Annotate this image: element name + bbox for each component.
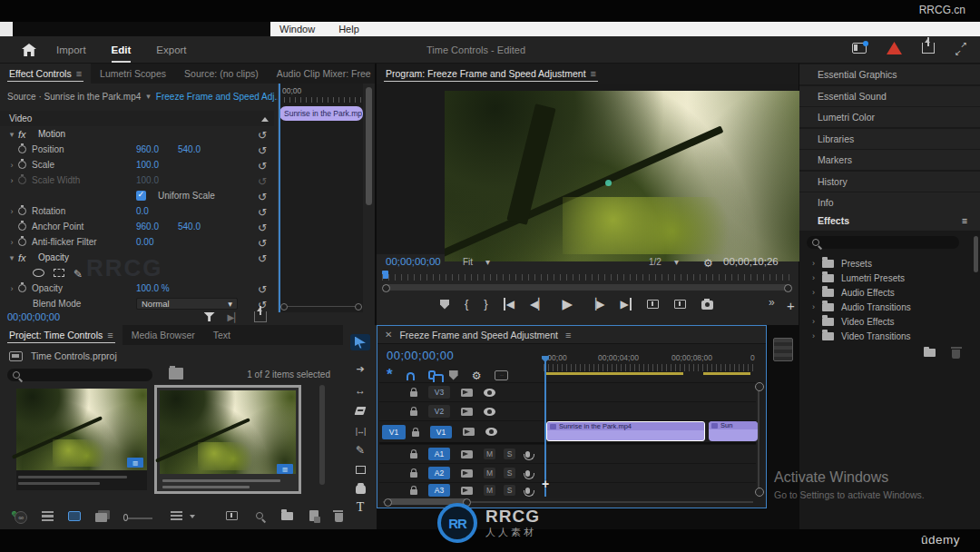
pen-mask-icon[interactable] bbox=[74, 265, 83, 281]
anchor-point-row[interactable]: Anchor Point 960.0 540.0 bbox=[0, 219, 274, 234]
delete-icon[interactable] bbox=[335, 513, 343, 522]
lock-icon[interactable] bbox=[410, 472, 417, 478]
reset-icon[interactable] bbox=[258, 281, 267, 297]
rect-mask-icon[interactable] bbox=[54, 269, 64, 277]
panel-menu-icon[interactable]: ≡ bbox=[962, 215, 967, 226]
mini-playhead[interactable] bbox=[279, 84, 280, 312]
track-label[interactable]: A3 bbox=[428, 484, 450, 497]
mini-ruler[interactable]: 00;00 00;0 bbox=[279, 84, 364, 104]
panel-lumetri-color[interactable]: Lumetri Color bbox=[799, 107, 980, 127]
reset-icon[interactable] bbox=[258, 203, 267, 220]
home-icon[interactable] bbox=[22, 44, 36, 56]
mark-out-icon[interactable]: } bbox=[484, 298, 487, 310]
mini-clip-bar[interactable]: Sunrise in the Park.mp bbox=[279, 106, 363, 121]
video-section-header[interactable]: Video bbox=[0, 111, 274, 126]
folder-audio-effects[interactable]: › Audio Effects bbox=[799, 285, 980, 300]
timeline-tab-label[interactable]: Freeze Frame and Speed Adjustment bbox=[399, 330, 558, 340]
mark-in-icon[interactable]: { bbox=[465, 298, 468, 310]
sync-lock-icon[interactable] bbox=[463, 428, 475, 436]
program-timecode[interactable]: 00;00;00;00 bbox=[386, 256, 441, 267]
project-item-thumbnail-selected[interactable]: ▥ bbox=[154, 385, 301, 494]
twirl-icon[interactable]: › bbox=[5, 284, 18, 293]
reset-icon[interactable] bbox=[258, 219, 267, 235]
lock-icon[interactable] bbox=[410, 489, 417, 495]
sort-chevron-icon[interactable] bbox=[190, 515, 195, 521]
mute-button[interactable]: M bbox=[484, 448, 495, 459]
creative-cloud-icon[interactable]: ∞ bbox=[15, 511, 27, 524]
stopwatch-icon[interactable] bbox=[18, 207, 26, 215]
panel-menu-icon[interactable]: ≡ bbox=[565, 330, 571, 340]
antiflicker-value[interactable]: 0.00 bbox=[136, 237, 153, 247]
rectangle-tool[interactable] bbox=[350, 461, 370, 478]
new-item-icon[interactable] bbox=[309, 510, 318, 521]
tab-text[interactable]: Text bbox=[204, 325, 240, 345]
nav-export[interactable]: Export bbox=[156, 44, 186, 55]
mini-horizontal-scrollbar[interactable] bbox=[280, 303, 362, 309]
panel-menu-icon[interactable]: ≡ bbox=[76, 68, 82, 79]
selection-tool[interactable] bbox=[350, 334, 370, 350]
find-icon[interactable] bbox=[256, 512, 263, 519]
twirl-icon[interactable]: ▾ bbox=[5, 130, 18, 139]
workspace-switcher-icon[interactable] bbox=[852, 43, 867, 54]
scale-value[interactable]: 100.0 bbox=[136, 160, 159, 170]
lock-icon[interactable] bbox=[410, 391, 417, 397]
track-output-eye-icon[interactable] bbox=[484, 389, 495, 397]
panel-info[interactable]: Info bbox=[799, 192, 980, 212]
chevron-down-icon[interactable]: ▾ bbox=[146, 92, 151, 101]
tab-project[interactable]: Project: Time Controls ≡ bbox=[0, 325, 122, 345]
button-editor-icon[interactable]: + bbox=[787, 298, 795, 313]
twirl-icon[interactable]: › bbox=[5, 207, 18, 216]
stopwatch-icon[interactable] bbox=[18, 161, 26, 169]
timeline-side-zoom-widget[interactable] bbox=[773, 338, 793, 361]
opacity-value[interactable]: 100.0 % bbox=[136, 283, 170, 293]
close-icon[interactable]: ✕ bbox=[385, 330, 392, 340]
export-frame-icon[interactable] bbox=[701, 301, 713, 310]
track-v2[interactable]: V2 bbox=[379, 401, 756, 420]
program-zoom-scrollbar[interactable] bbox=[384, 284, 790, 291]
add-marker-icon[interactable] bbox=[440, 300, 449, 310]
automate-to-sequence-icon[interactable] bbox=[226, 511, 238, 520]
sync-lock-icon[interactable] bbox=[461, 469, 473, 478]
rotation-row[interactable]: › Rotation 0.0 bbox=[0, 203, 274, 219]
lift-icon[interactable] bbox=[647, 300, 659, 309]
folder-video-effects[interactable]: › Video Effects bbox=[799, 314, 980, 329]
voiceover-mic-icon[interactable] bbox=[525, 488, 530, 494]
collapse-icon[interactable] bbox=[261, 113, 269, 122]
step-forward-icon[interactable]: ▕▶ bbox=[588, 298, 604, 310]
timeline-vertical-scrollbar[interactable] bbox=[758, 386, 760, 493]
twirl-icon[interactable]: › bbox=[5, 238, 18, 247]
reset-icon[interactable] bbox=[258, 157, 267, 173]
solo-button[interactable]: S bbox=[504, 485, 515, 496]
new-bin-icon[interactable] bbox=[281, 512, 293, 520]
panel-menu-icon[interactable]: ≡ bbox=[107, 330, 113, 340]
delete-icon[interactable] bbox=[952, 350, 960, 359]
panel-essential-sound[interactable]: Essential Sound bbox=[799, 86, 980, 106]
more-controls-icon[interactable]: » bbox=[769, 296, 775, 309]
track-select-tool[interactable] bbox=[350, 360, 370, 376]
reset-icon[interactable] bbox=[258, 126, 267, 143]
twirl-icon[interactable]: › bbox=[5, 161, 18, 170]
fullscreen-icon[interactable] bbox=[955, 43, 967, 54]
opacity-value-row[interactable]: › Opacity 100.0 % bbox=[0, 281, 274, 296]
filter-icon[interactable] bbox=[204, 312, 215, 321]
project-search-input[interactable] bbox=[7, 369, 152, 381]
go-to-out-icon[interactable]: ▶ bbox=[620, 298, 631, 310]
mute-button[interactable]: M bbox=[484, 485, 495, 496]
mute-button[interactable]: M bbox=[484, 468, 495, 478]
pen-tool[interactable] bbox=[350, 441, 370, 458]
voiceover-mic-icon[interactable] bbox=[525, 470, 530, 477]
new-bin-icon[interactable] bbox=[924, 349, 936, 357]
track-output-eye-icon[interactable] bbox=[485, 428, 497, 436]
folder-lumetri-presets[interactable]: › Lumetri Presets bbox=[799, 271, 980, 285]
panel-markers[interactable]: Markers bbox=[799, 150, 980, 170]
reset-icon[interactable] bbox=[258, 250, 267, 266]
zoom-slider-track[interactable] bbox=[128, 518, 152, 519]
reset-icon[interactable] bbox=[258, 234, 267, 251]
settings-wrench-icon[interactable] bbox=[703, 254, 713, 271]
track-label[interactable]: A2 bbox=[428, 467, 450, 479]
twirl-icon[interactable]: › bbox=[812, 317, 815, 326]
effect-controls-mini-timeline[interactable]: 00;00 00;0 Sunrise in the Park.mp bbox=[278, 84, 363, 312]
sort-icon[interactable] bbox=[171, 511, 182, 520]
scale-row[interactable]: › Scale 100.0 bbox=[0, 157, 274, 172]
antiflicker-row[interactable]: › Anti-flicker Filter 0.00 bbox=[0, 234, 274, 250]
